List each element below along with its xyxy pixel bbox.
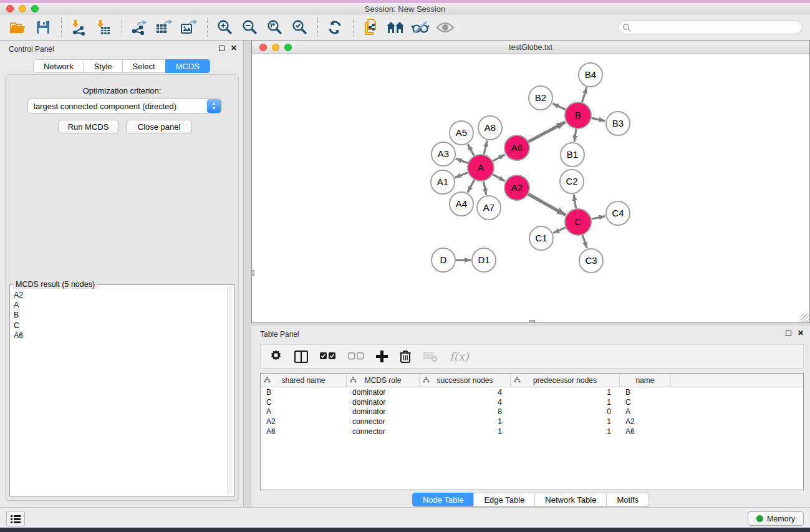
network-edge[interactable]	[529, 122, 566, 142]
table-cell[interactable]: dominator	[347, 398, 420, 407]
network-edge[interactable]	[552, 104, 566, 110]
deselect-all-rows-icon[interactable]	[348, 352, 364, 360]
network-node-B1[interactable]: B1	[561, 143, 584, 167]
network-node-A8[interactable]: A8	[478, 116, 502, 140]
table-row[interactable]: A2connector11A2	[261, 417, 803, 427]
network-node-A2[interactable]: A2	[504, 175, 529, 200]
table-row[interactable]: Bdominator41B	[261, 387, 803, 397]
network-edge[interactable]	[592, 118, 605, 120]
network-node-A7[interactable]: A7	[477, 196, 501, 220]
table-row[interactable]: Cdominator41C	[261, 397, 803, 407]
network-node-B3[interactable]: B3	[606, 112, 630, 135]
save-session-icon[interactable]	[34, 18, 52, 37]
import-network-icon[interactable]	[69, 18, 88, 37]
home-icon[interactable]	[386, 18, 405, 37]
table-cell[interactable]: A	[620, 407, 671, 416]
network-node-A5[interactable]: A5	[450, 121, 473, 145]
network-edge[interactable]	[493, 155, 504, 162]
network-edge[interactable]	[455, 173, 468, 178]
table-cell[interactable]: 1	[511, 398, 620, 407]
network-node-A6[interactable]: A6	[504, 135, 529, 160]
hide-details-glasses-icon[interactable]	[411, 18, 430, 37]
network-node-C2[interactable]: C2	[560, 170, 584, 193]
mcds-result-list[interactable]: A2ABCA6	[12, 290, 226, 494]
network-edge[interactable]	[468, 144, 474, 155]
table-tab-node-table[interactable]: Node Table	[412, 493, 474, 506]
select-all-rows-icon[interactable]	[320, 352, 336, 360]
toggle-column-panel-icon[interactable]	[294, 351, 308, 363]
column-header-successor-nodes[interactable]: successor nodes	[420, 374, 511, 387]
control-tab-style[interactable]: Style	[84, 59, 122, 73]
control-tab-mcds[interactable]: MCDS	[165, 59, 210, 73]
import-table-icon[interactable]	[94, 18, 113, 37]
network-node-B4[interactable]: B4	[579, 63, 602, 87]
network-edge[interactable]	[493, 175, 504, 181]
table-row[interactable]: A6connector11A6	[261, 427, 803, 437]
network-edge[interactable]	[591, 216, 605, 219]
table-cell[interactable]: connector	[347, 427, 420, 436]
table-cell[interactable]: B	[620, 388, 671, 397]
table-cell[interactable]: A6	[261, 427, 347, 436]
table-tab-motifs[interactable]: Motifs	[606, 493, 649, 506]
result-item[interactable]: C	[12, 321, 226, 331]
network-edge[interactable]	[574, 129, 576, 142]
network-node-C[interactable]: C	[565, 209, 591, 235]
result-item[interactable]: B	[12, 310, 226, 320]
table-cell[interactable]: A2	[261, 417, 347, 426]
zoom-fit-icon[interactable]	[265, 18, 284, 37]
table-cell[interactable]: A6	[620, 427, 671, 436]
network-node-D1[interactable]: D1	[472, 248, 496, 272]
close-panel-button[interactable]: Close panel	[126, 120, 192, 134]
table-cell[interactable]: B	[261, 388, 347, 397]
network-edge[interactable]	[484, 140, 487, 154]
open-file-icon[interactable]	[9, 18, 27, 37]
export-image-icon[interactable]	[180, 18, 198, 37]
network-node-C1[interactable]: C1	[529, 226, 553, 250]
table-cell[interactable]: C	[261, 398, 347, 407]
table-cell[interactable]: 0	[511, 407, 620, 416]
result-item[interactable]: A	[12, 300, 226, 310]
column-header-MCDS-role[interactable]: MCDS role	[347, 374, 420, 387]
table-cell[interactable]: 1	[420, 427, 511, 436]
network-node-A1[interactable]: A1	[431, 170, 455, 194]
network-edge[interactable]	[483, 181, 486, 195]
network-edge[interactable]	[528, 194, 566, 215]
network-edge[interactable]	[582, 235, 587, 248]
close-panel-icon[interactable]: ✕	[231, 45, 237, 51]
search-input[interactable]	[631, 22, 802, 33]
network-node-B[interactable]: B	[565, 102, 591, 128]
table-row[interactable]: Adominator80A	[261, 407, 803, 417]
network-node-B2[interactable]: B2	[529, 86, 552, 110]
refresh-icon[interactable]	[325, 18, 344, 37]
network-node-C3[interactable]: C3	[579, 249, 603, 273]
criterion-select[interactable]: largest connected component (directed) ▲…	[27, 99, 222, 114]
network-graph[interactable]: AA1A2A3A4A5A6A7A8BB1B2B3B4CC1C2C3C4DD1	[252, 54, 809, 322]
control-tab-select[interactable]: Select	[122, 59, 165, 73]
add-column-icon[interactable]	[376, 351, 388, 362]
network-edge[interactable]	[582, 87, 586, 102]
column-header-shared-name[interactable]: shared name	[261, 374, 347, 387]
table-cell[interactable]: 1	[420, 417, 511, 426]
network-window-titlebar[interactable]: testGlobe.txt	[252, 41, 809, 54]
table-settings-gear-icon[interactable]	[269, 350, 282, 363]
table-cell[interactable]: dominator	[347, 407, 420, 416]
table-tab-network-table[interactable]: Network Table	[534, 493, 606, 506]
control-tab-network[interactable]: Network	[33, 59, 84, 73]
table-cell[interactable]: C	[620, 398, 671, 407]
table-cell[interactable]: A2	[620, 417, 671, 426]
run-mcds-button[interactable]: Run MCDS	[58, 120, 118, 134]
network-edge[interactable]	[456, 158, 468, 163]
table-cell[interactable]: 1	[511, 388, 620, 397]
memory-button[interactable]: Memory	[748, 511, 804, 526]
table-cell[interactable]: 1	[511, 417, 620, 426]
column-header-predecessor-nodes[interactable]: predecessor nodes	[511, 374, 620, 387]
resize-grip-icon[interactable]	[801, 314, 809, 322]
table-tab-edge-table[interactable]: Edge Table	[473, 493, 534, 506]
table-cell[interactable]: 1	[511, 427, 620, 436]
delete-table-icon[interactable]	[423, 351, 438, 362]
clone-network-icon[interactable]	[361, 18, 380, 37]
network-node-A3[interactable]: A3	[432, 142, 455, 166]
table-cell[interactable]: 4	[420, 398, 511, 407]
float-table-panel-icon[interactable]	[786, 331, 791, 336]
close-table-panel-icon[interactable]: ✕	[798, 330, 804, 336]
